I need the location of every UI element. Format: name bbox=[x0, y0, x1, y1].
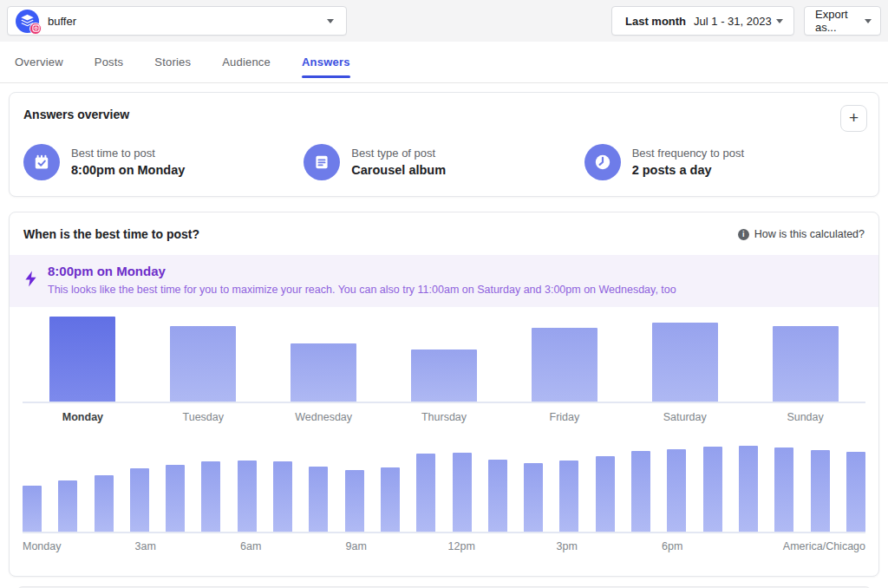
hour-bar-2am[interactable] bbox=[95, 475, 114, 532]
hour-bar-3pm[interactable] bbox=[559, 461, 578, 532]
hour-bar-2pm[interactable] bbox=[524, 463, 543, 532]
export-as-button[interactable]: Export as... bbox=[804, 6, 881, 36]
hour-bar-4am[interactable] bbox=[166, 465, 185, 532]
stat-value: 8:00pm on Monday bbox=[71, 163, 185, 178]
answers-overview-title: Answers overview bbox=[23, 108, 865, 121]
day-bar-column bbox=[745, 317, 865, 402]
day-bar-column bbox=[504, 317, 624, 402]
bar-tuesday[interactable] bbox=[170, 326, 236, 402]
chevron-down-icon bbox=[865, 19, 872, 23]
add-widget-button[interactable]: + bbox=[840, 105, 867, 132]
plus-icon: + bbox=[849, 108, 859, 127]
hour-bar-12pm[interactable] bbox=[453, 453, 472, 532]
tab-audience[interactable]: Audience bbox=[222, 42, 271, 82]
hour-axis-label: Monday bbox=[23, 540, 61, 552]
highlight-description: This looks like the best time for you to… bbox=[48, 283, 865, 297]
day-axis-label: Monday bbox=[23, 411, 143, 423]
post-document-icon bbox=[304, 144, 340, 180]
day-chart-bars bbox=[23, 317, 865, 403]
tab-overview[interactable]: Overview bbox=[15, 42, 63, 82]
hour-bar-7am[interactable] bbox=[273, 461, 292, 532]
bar-friday[interactable] bbox=[532, 328, 597, 402]
bar-wednesday[interactable] bbox=[291, 343, 356, 402]
day-axis-label: Sunday bbox=[745, 411, 865, 423]
bar-sunday[interactable] bbox=[773, 326, 839, 402]
day-axis-label: Tuesday bbox=[143, 411, 264, 423]
date-range-picker[interactable]: Last month Jul 1 - 31, 2023 bbox=[611, 6, 794, 36]
hour-bar-3am[interactable] bbox=[130, 468, 149, 532]
tab-answers[interactable]: Answers bbox=[302, 42, 350, 82]
stat-best-time: Best time to post 8:00pm on Monday bbox=[23, 144, 304, 180]
stat-value: Carousel album bbox=[351, 163, 446, 178]
export-as-label: Export as... bbox=[815, 8, 865, 34]
hour-axis-label: 6pm bbox=[662, 540, 682, 552]
hour-bar-11am[interactable] bbox=[416, 454, 435, 532]
day-bar-column bbox=[384, 317, 505, 402]
best-time-title: When is the best time to post? bbox=[23, 227, 199, 241]
lightning-bolt-icon bbox=[24, 271, 37, 291]
hour-bar-10am[interactable] bbox=[381, 467, 400, 532]
hour-axis-label: 12pm bbox=[448, 540, 475, 552]
tab-posts[interactable]: Posts bbox=[95, 42, 124, 82]
stat-label: Best frequency to post bbox=[632, 147, 744, 160]
hour-bar-8pm[interactable] bbox=[739, 446, 758, 532]
hour-bar-5pm[interactable] bbox=[631, 451, 650, 532]
channel-name: buffer bbox=[48, 15, 76, 28]
bar-thursday[interactable] bbox=[411, 350, 477, 402]
hour-bar-10pm[interactable] bbox=[811, 450, 830, 532]
date-preset-label: Last month bbox=[625, 15, 686, 28]
top-bar: buffer Last month Jul 1 - 31, 2023 Expor… bbox=[0, 0, 888, 42]
active-tab-underline bbox=[302, 75, 350, 78]
clock-icon bbox=[584, 144, 621, 180]
analytics-tab-bar: Overview Posts Stories Audience Answers bbox=[0, 42, 888, 83]
day-bar-column bbox=[264, 317, 384, 402]
how-calculated-link[interactable]: i How is this calculated? bbox=[738, 228, 865, 240]
highlight-title: 8:00pm on Monday bbox=[48, 264, 865, 279]
bar-monday[interactable] bbox=[49, 317, 115, 402]
instagram-badge-icon bbox=[29, 23, 42, 35]
stat-best-frequency: Best frequency to post 2 posts a day bbox=[584, 144, 865, 180]
hour-chart-bars bbox=[23, 446, 865, 533]
tab-stories[interactable]: Stories bbox=[154, 42, 191, 82]
main-content: Answers overview + Best time to post 8:0… bbox=[0, 83, 888, 588]
day-axis-label: Saturday bbox=[624, 411, 745, 423]
stat-label: Best time to post bbox=[71, 147, 185, 160]
hour-axis-label: 3am bbox=[135, 540, 156, 552]
hour-bar-9pm[interactable] bbox=[774, 448, 793, 532]
reach-by-day-chart: MondayTuesdayWednesdayThursdayFridaySatu… bbox=[23, 317, 865, 423]
chevron-down-icon bbox=[776, 19, 783, 23]
stat-best-type: Best type of post Carousel album bbox=[304, 144, 584, 180]
best-time-card: When is the best time to post? i How is … bbox=[9, 212, 879, 577]
bar-saturday[interactable] bbox=[652, 323, 718, 402]
stat-text: Best time to post 8:00pm on Monday bbox=[71, 147, 185, 178]
hour-bar-1am[interactable] bbox=[58, 480, 77, 532]
day-axis-label: Friday bbox=[504, 411, 624, 423]
answers-overview-card: Answers overview + Best time to post 8:0… bbox=[9, 92, 879, 197]
hour-axis-label: 6am bbox=[240, 540, 261, 552]
hour-bar-7pm[interactable] bbox=[703, 447, 722, 532]
hour-bar-12am[interactable] bbox=[23, 486, 42, 532]
day-axis-label: Wednesday bbox=[264, 411, 384, 423]
hour-bar-11pm[interactable] bbox=[846, 452, 865, 532]
hour-bar-4pm[interactable] bbox=[596, 456, 615, 532]
hour-bar-1pm[interactable] bbox=[488, 460, 507, 532]
day-bar-column bbox=[624, 317, 745, 402]
hour-axis-label: America/Chicago bbox=[783, 540, 865, 552]
hour-bar-6am[interactable] bbox=[238, 461, 257, 532]
how-calculated-label: How is this calculated? bbox=[754, 228, 865, 240]
overview-stats-row: Best time to post 8:00pm on Monday Best … bbox=[23, 144, 865, 180]
hour-bar-8am[interactable] bbox=[309, 467, 328, 532]
calendar-check-icon bbox=[23, 144, 60, 180]
stat-value: 2 posts a day bbox=[632, 163, 744, 178]
hour-bar-9am[interactable] bbox=[345, 470, 364, 532]
hour-bar-5am[interactable] bbox=[201, 461, 220, 532]
hour-bar-6pm[interactable] bbox=[667, 449, 686, 532]
info-icon: i bbox=[738, 229, 749, 240]
hour-axis-label: 9am bbox=[346, 540, 367, 552]
stat-text: Best type of post Carousel album bbox=[351, 147, 446, 178]
day-chart-axis-labels: MondayTuesdayWednesdayThursdayFridaySatu… bbox=[23, 411, 865, 423]
hour-axis-label: 3pm bbox=[557, 540, 578, 552]
date-range-value: Jul 1 - 31, 2023 bbox=[694, 15, 772, 28]
stat-label: Best type of post bbox=[351, 147, 446, 160]
channel-selector[interactable]: buffer bbox=[7, 6, 347, 36]
